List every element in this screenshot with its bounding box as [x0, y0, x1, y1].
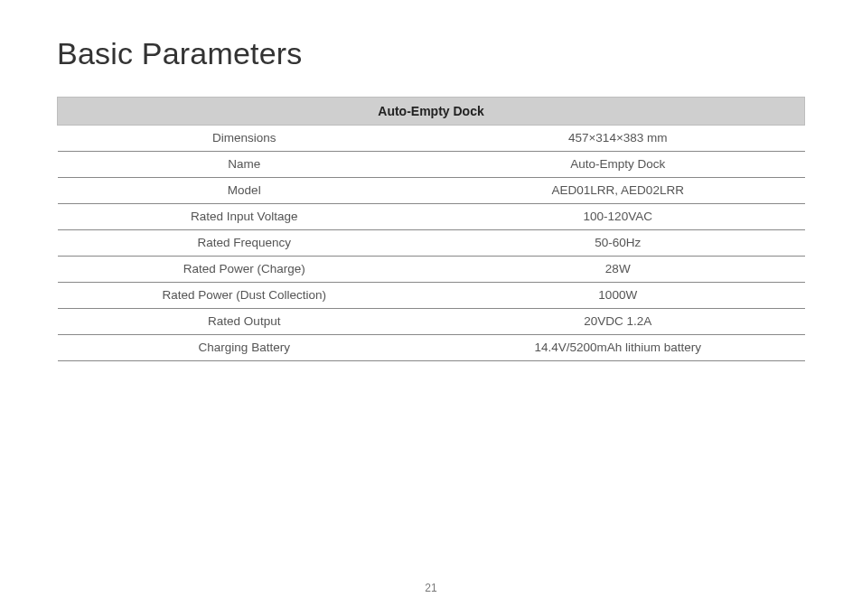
param-label: Charging Battery — [58, 335, 432, 361]
param-value: 28W — [431, 257, 805, 283]
param-label: Dimensions — [58, 126, 432, 152]
table-row: Rated Frequency 50-60Hz — [58, 230, 805, 257]
table-row: Model AED01LRR, AED02LRR — [58, 178, 805, 204]
param-value: 20VDC 1.2A — [431, 309, 805, 335]
param-label: Name — [58, 152, 432, 178]
table-header: Auto-Empty Dock — [58, 98, 805, 126]
param-label: Rated Frequency — [58, 230, 432, 257]
page-title: Basic Parameters — [57, 36, 805, 71]
table-row: Rated Input Voltage 100-120VAC — [58, 204, 805, 230]
table-row: Name Auto-Empty Dock — [58, 152, 805, 178]
table-row: Rated Power (Charge) 28W — [58, 257, 805, 283]
param-value: 50-60Hz — [431, 230, 805, 257]
table-row: Charging Battery 14.4V/5200mAh lithium b… — [58, 335, 805, 361]
param-value: AED01LRR, AED02LRR — [431, 178, 805, 204]
param-value: 100-120VAC — [431, 204, 805, 230]
table-row: Rated Power (Dust Collection) 1000W — [58, 283, 805, 309]
table-row: Dimensions 457×314×383 mm — [58, 126, 805, 152]
param-label: Rated Output — [58, 309, 432, 335]
table-row: Rated Output 20VDC 1.2A — [58, 309, 805, 335]
param-label: Rated Power (Charge) — [58, 257, 432, 283]
param-label: Rated Input Voltage — [58, 204, 432, 230]
param-label: Model — [58, 178, 432, 204]
param-label: Rated Power (Dust Collection) — [58, 283, 432, 309]
param-value: 1000W — [431, 283, 805, 309]
param-value: 457×314×383 mm — [431, 126, 805, 152]
param-value: 14.4V/5200mAh lithium battery — [431, 335, 805, 361]
param-value: Auto-Empty Dock — [431, 152, 805, 178]
page-number: 21 — [0, 582, 862, 594]
parameters-table: Auto-Empty Dock Dimensions 457×314×383 m… — [57, 97, 805, 361]
page-content: Basic Parameters Auto-Empty Dock Dimensi… — [0, 0, 862, 361]
